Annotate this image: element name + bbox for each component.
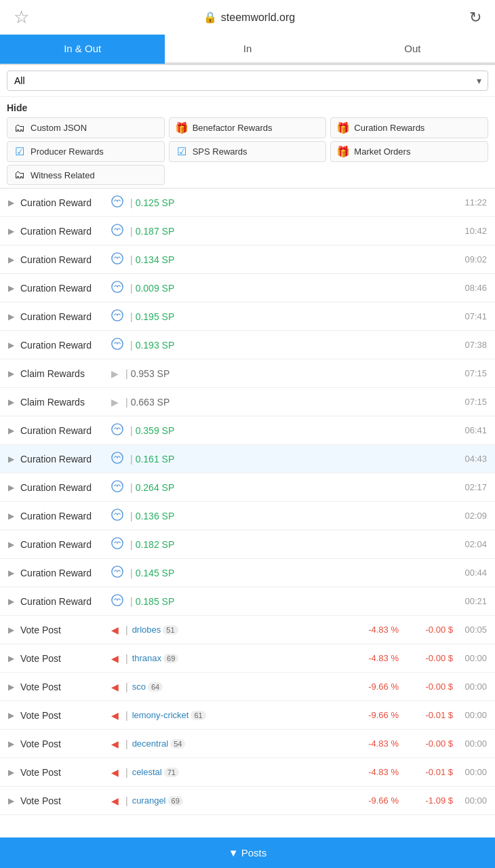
table-row[interactable]: ▶Curation Reward|0.193 SP07:38 — [0, 331, 495, 359]
dropdown-wrapper: All Curation Reward Claim Rewards Vote P… — [7, 71, 488, 91]
tx-user-badge: 64 — [148, 682, 163, 692]
tx-time: 07:41 — [460, 311, 487, 321]
steem-icon — [111, 537, 123, 551]
expand-icon[interactable]: ▶ — [8, 255, 15, 264]
expand-icon[interactable]: ▶ — [8, 597, 15, 606]
expand-icon[interactable]: ▶ — [8, 454, 15, 464]
tx-amount: 0.195 SP — [136, 311, 175, 322]
expand-icon[interactable]: ▶ — [8, 540, 15, 549]
expand-icon[interactable]: ▶ — [8, 483, 15, 492]
table-row[interactable]: ▶Curation Reward|0.264 SP02:17 — [0, 473, 495, 502]
tx-usd: -0.00 $ — [405, 682, 453, 692]
filter-benefactor-rewards[interactable]: 🎁 Benefactor Rewards — [169, 117, 327, 138]
table-row[interactable]: ▶Curation Reward|0.009 SP08:46 — [0, 274, 495, 302]
expand-icon[interactable]: ▶ — [8, 397, 15, 407]
tx-user[interactable]: curangel — [132, 795, 166, 806]
tx-separator: | — [130, 425, 133, 436]
expand-icon[interactable]: ▶ — [8, 796, 15, 806]
expand-icon[interactable]: ▶ — [8, 426, 15, 435]
table-row[interactable]: ▶Vote Post◀|curangel69-9.66 %-1.09 $00:0… — [0, 787, 495, 815]
table-row[interactable]: ▶Curation Reward|0.187 SP10:42 — [0, 217, 495, 245]
lock-icon: 🔒 — [203, 11, 217, 24]
expand-icon[interactable]: ▶ — [8, 511, 15, 521]
tx-separator: | — [130, 340, 133, 351]
tx-percent: -4.83 % — [358, 653, 399, 663]
tx-time: 10:42 — [460, 226, 487, 236]
table-row[interactable]: ▶Curation Reward|0.161 SP04:43 — [0, 445, 495, 473]
star-icon[interactable]: ☆ — [14, 7, 29, 28]
url-text: steemworld.org — [221, 12, 295, 24]
posts-footer-tab[interactable]: ▼ Posts — [0, 837, 495, 868]
tx-user[interactable]: drlobes — [132, 625, 161, 635]
vote-icon: ◀ — [111, 795, 119, 806]
tx-amount: 0.663 SP — [131, 397, 170, 408]
expand-icon[interactable]: ▶ — [8, 568, 15, 578]
table-row[interactable]: ▶Curation Reward|0.125 SP11:22 — [0, 189, 495, 217]
expand-icon[interactable]: ▶ — [8, 682, 15, 692]
tx-separator: | — [130, 283, 133, 294]
steem-icon — [111, 281, 123, 295]
tx-user[interactable]: celestal — [132, 767, 162, 777]
filter-label: Hide — [7, 102, 488, 113]
expand-icon[interactable]: ▶ — [8, 768, 15, 777]
tx-user-badge: 69 — [168, 796, 183, 806]
table-row[interactable]: ▶Vote Post◀|lemony-cricket61-9.66 %-0.01… — [0, 701, 495, 730]
table-row[interactable]: ▶Curation Reward|0.185 SP00:21 — [0, 587, 495, 616]
tx-user-badge: 54 — [170, 739, 185, 749]
filter-witness-related[interactable]: 🗂 Witness Related — [7, 165, 165, 185]
tx-type-label: Vote Post — [20, 767, 108, 778]
expand-icon[interactable]: ▶ — [8, 739, 15, 749]
expand-icon[interactable]: ▶ — [8, 625, 15, 635]
table-row[interactable]: ▶Vote Post◀|thranax69-4.83 %-0.00 $00:00 — [0, 644, 495, 673]
expand-icon[interactable]: ▶ — [8, 711, 15, 720]
vote-icon: ◀ — [111, 625, 119, 635]
expand-icon[interactable]: ▶ — [8, 226, 15, 236]
filter-sps-rewards[interactable]: ☑ SPS Rewards — [169, 141, 327, 162]
table-row[interactable]: ▶Vote Post◀|drlobes51-4.83 %-0.00 $00:05 — [0, 616, 495, 644]
tx-user[interactable]: thranax — [132, 653, 161, 663]
filter-curation-rewards[interactable]: 🎁 Curation Rewards — [330, 117, 488, 138]
tx-time: 00:00 — [460, 682, 487, 692]
table-row[interactable]: ▶Curation Reward|0.134 SP09:02 — [0, 245, 495, 274]
filter-market-orders[interactable]: 🎁 Market Orders — [330, 141, 488, 162]
tab-out[interactable]: Out — [330, 35, 495, 64]
witness-related-label: Witness Related — [31, 170, 95, 180]
tab-in-out[interactable]: In & Out — [0, 35, 165, 64]
curation-rewards-label: Curation Rewards — [354, 123, 424, 133]
table-row[interactable]: ▶Curation Reward|0.359 SP06:41 — [0, 416, 495, 445]
expand-icon[interactable]: ▶ — [8, 654, 15, 663]
expand-icon[interactable]: ▶ — [8, 312, 15, 321]
table-row[interactable]: ▶Vote Post◀|sco64-9.66 %-0.00 $00:00 — [0, 673, 495, 701]
tx-user[interactable]: decentral — [132, 738, 168, 749]
expand-icon[interactable]: ▶ — [8, 369, 15, 378]
tx-separator: | — [130, 226, 133, 237]
table-row[interactable]: ▶Claim Rewards▶|0.663 SP07:15 — [0, 388, 495, 416]
table-row[interactable]: ▶Vote Post◀|celestal71-4.83 %-0.01 $00:0… — [0, 758, 495, 787]
tab-in[interactable]: In — [165, 35, 330, 64]
filter-custom-json[interactable]: 🗂 Custom JSON — [7, 117, 165, 138]
tx-type-label: Curation Reward — [20, 425, 108, 436]
table-row[interactable]: ▶Curation Reward|0.136 SP02:09 — [0, 502, 495, 530]
reload-icon[interactable]: ↻ — [469, 9, 481, 26]
table-row[interactable]: ▶Curation Reward|0.182 SP02:04 — [0, 530, 495, 559]
table-row[interactable]: ▶Vote Post◀|decentral54-4.83 %-0.00 $00:… — [0, 730, 495, 758]
tx-separator: | — [130, 596, 133, 607]
tx-usd: -1.09 $ — [405, 795, 453, 806]
table-row[interactable]: ▶Curation Reward|0.145 SP00:44 — [0, 559, 495, 587]
filter-select[interactable]: All Curation Reward Claim Rewards Vote P… — [7, 71, 488, 91]
vote-icon: ◀ — [111, 738, 119, 749]
expand-icon[interactable]: ▶ — [8, 283, 15, 293]
tx-type-label: Vote Post — [20, 653, 108, 664]
expand-icon[interactable]: ▶ — [8, 198, 15, 208]
tx-time: 04:43 — [460, 454, 487, 464]
tx-user[interactable]: lemony-cricket — [132, 710, 189, 720]
tx-amount: 0.125 SP — [136, 197, 175, 208]
table-row[interactable]: ▶Claim Rewards▶|0.953 SP07:15 — [0, 359, 495, 388]
tx-user[interactable]: sco — [132, 682, 146, 692]
expand-icon[interactable]: ▶ — [8, 340, 15, 350]
custom-json-icon: 🗂 — [13, 122, 26, 134]
filter-producer-rewards[interactable]: ☑ Producer Rewards — [7, 141, 165, 162]
tx-user-badge: 61 — [191, 711, 205, 720]
table-row[interactable]: ▶Curation Reward|0.195 SP07:41 — [0, 302, 495, 331]
tx-type-label: Vote Post — [20, 738, 108, 749]
